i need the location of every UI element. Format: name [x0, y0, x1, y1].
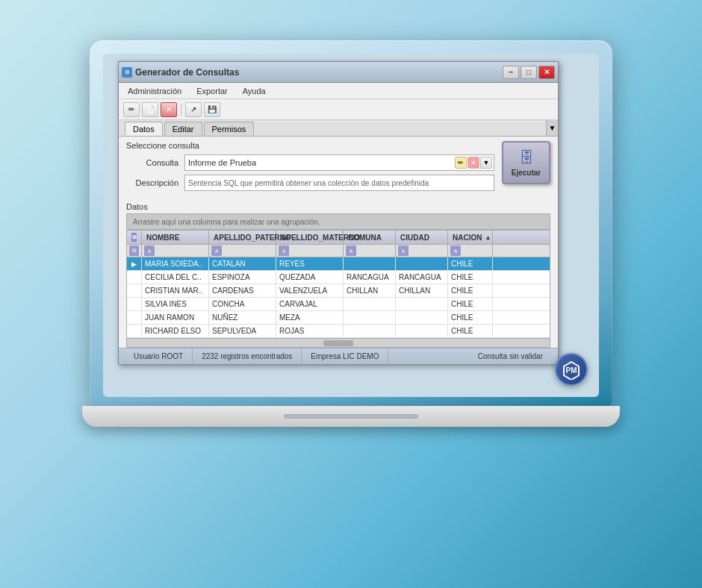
filter-num: ⊞ [127, 245, 142, 257]
menu-ayuda[interactable]: Ayuda [240, 86, 269, 96]
cell-ciudad-5 [396, 325, 448, 337]
tabs-dropdown-arrow[interactable]: ▼ [546, 120, 558, 136]
cell-comuna-0 [344, 257, 396, 270]
group-bar: Arrastre aquí una columna para realizar … [126, 213, 550, 230]
table-row[interactable]: JUAN RAMON NUÑEZ MEZA CHILE [127, 311, 550, 325]
descripcion-input: Sentencia SQL que permitirá obtener una … [184, 175, 494, 191]
touchpad[interactable] [284, 414, 418, 419]
status-usuario: Usuario ROOT [125, 348, 193, 364]
execute-label: Ejecutar [512, 169, 541, 177]
tab-permisos[interactable]: Permisos [204, 122, 255, 136]
filter-icon-paterno: A [211, 245, 222, 256]
toolbar-edit-btn[interactable]: ✏ [123, 102, 140, 117]
cell-nacion-1: CHILE [448, 271, 493, 284]
toolbar-save-btn[interactable]: 💾 [204, 102, 220, 117]
row-indicator-0: ▶ [127, 257, 142, 270]
horizontal-scrollbar[interactable] [127, 338, 550, 347]
consulta-input[interactable]: Informe de Prueba ✏ ✕ ▼ [184, 154, 494, 171]
status-registros: 2232 registros encontrados [193, 348, 302, 364]
maximize-button[interactable]: □ [521, 66, 537, 79]
cell-nombre-0: MARIA SOIEDA.. [142, 257, 209, 270]
tabs-container: Datos Editar Permisos [119, 120, 546, 136]
filter-icon-ciudad: A [398, 245, 409, 256]
tab-datos[interactable]: Datos [125, 122, 163, 136]
cell-comuna-3 [344, 298, 396, 310]
cell-paterno-0: CATALAN [209, 257, 276, 270]
cell-paterno-2: CARDENAS [209, 284, 276, 297]
toolbar-export-btn[interactable]: ↗ [185, 102, 202, 117]
col-header-num[interactable]: ⊞ [127, 231, 142, 244]
cell-nombre-4: JUAN RAMON [142, 311, 209, 324]
status-empresa: Empresa LIC DEMO [302, 348, 388, 364]
app-icon: ⊞ [122, 67, 132, 78]
filter-icon-nacion: A [450, 245, 461, 256]
col-header-nacion[interactable]: NACION ▲ [448, 231, 493, 244]
filter-comuna[interactable]: A [344, 245, 396, 257]
filter-nacion[interactable]: A [448, 245, 493, 257]
table-filter-row: ⊞ A A A A [127, 245, 550, 257]
col-header-comuna[interactable]: COMUNA [344, 231, 396, 244]
cell-nombre-3: SILVIA INES [142, 298, 209, 310]
data-section: Datos Arrastre aquí una columna para rea… [119, 199, 558, 348]
consulta-label: Consulta [126, 158, 178, 167]
col-icon-num: ⊞ [131, 233, 137, 242]
consulta-del-icon[interactable]: ✕ [468, 157, 479, 169]
col-header-ciudad[interactable]: CIUDAD [396, 231, 448, 244]
consulta-row: Consulta Informe de Prueba ✏ ✕ ▼ [126, 154, 550, 171]
minimize-button[interactable]: – [503, 66, 519, 79]
execute-icon: 🗄 [519, 149, 534, 166]
row-indicator-4 [127, 311, 142, 324]
menubar: Administración Exportar Ayuda [119, 83, 558, 99]
table-row[interactable]: CRISTIAN MAR.. CARDENAS VALENZUELA CHILL… [127, 284, 550, 298]
toolbar-new-btn[interactable]: 📄 [142, 102, 158, 117]
cell-nacion-5: CHILE [448, 325, 493, 337]
col-header-nombre[interactable]: NOMBRE [142, 231, 209, 244]
descripcion-row: Descripción Sentencia SQL que permitirá … [126, 175, 550, 191]
consulta-edit-icon[interactable]: ✏ [455, 157, 467, 169]
filter-icon-num: ⊞ [129, 245, 139, 256]
close-button[interactable]: ✕ [538, 66, 555, 79]
toolbar: ✏ 📄 ✕ ↗ 💾 [119, 99, 558, 120]
filter-nombre[interactable]: A [142, 245, 209, 257]
row-indicator-5 [127, 325, 142, 337]
cell-nombre-5: RICHARD ELSO [142, 325, 209, 337]
cell-materno-0: REYES [276, 257, 344, 270]
col-header-paterno[interactable]: APELLIDO_PATERNO [209, 231, 276, 244]
table-row[interactable]: ▶ MARIA SOIEDA.. CATALAN REYES CHILE [127, 257, 550, 271]
filter-icon-comuna: A [346, 245, 356, 256]
screen-bezel: ⊞ Generador de Consultas – □ ✕ Administr… [90, 40, 612, 406]
consulta-dropdown-icon[interactable]: ▼ [480, 157, 492, 169]
execute-button[interactable]: 🗄 Ejecutar [502, 141, 550, 184]
menu-administracion[interactable]: Administración [125, 86, 184, 96]
cell-ciudad-2: CHILLAN [396, 284, 448, 297]
cell-nacion-0: CHILE [448, 257, 493, 270]
tab-editar[interactable]: Editar [164, 122, 202, 136]
cell-paterno-1: ESPINOZA [209, 271, 276, 284]
filter-paterno[interactable]: A [209, 245, 276, 257]
scroll-thumb [323, 340, 353, 346]
screen: ⊞ Generador de Consultas – □ ✕ Administr… [103, 54, 599, 397]
form-section: Seleccione consulta 🗄 Ejecutar Consulta … [119, 137, 558, 199]
toolbar-delete-btn[interactable]: ✕ [161, 102, 177, 117]
cell-ciudad-3 [396, 298, 448, 310]
tabs-row: Datos Editar Permisos ▼ [119, 120, 558, 137]
cell-materno-1: QUEZADA [276, 271, 344, 284]
cell-paterno-3: CONCHA [209, 298, 276, 310]
table-row[interactable]: RICHARD ELSO SEPULVEDA ROJAS CHILE [127, 325, 550, 338]
consulta-input-icons: ✏ ✕ ▼ [455, 157, 492, 169]
row-indicator-1 [127, 271, 142, 284]
row-indicator-3 [127, 298, 142, 310]
filter-ciudad[interactable]: A [396, 245, 448, 257]
table-row[interactable]: CECILIA DEL C.. ESPINOZA QUEZADA RANCAGU… [127, 271, 550, 284]
col-header-materno[interactable]: APELLIDO_MATERNO [276, 231, 344, 244]
descripcion-label: Descripción [126, 178, 178, 187]
laptop-base [82, 406, 620, 427]
data-label: Datos [126, 202, 550, 211]
filter-materno[interactable]: A [276, 245, 344, 257]
table-row[interactable]: SILVIA INES CONCHA CARVAJAL CHILE [127, 298, 550, 311]
cell-nacion-3: CHILE [448, 298, 493, 310]
consulta-value: Informe de Prueba [188, 158, 256, 167]
screen-logo: PM [555, 353, 588, 386]
menu-exportar[interactable]: Exportar [193, 86, 231, 96]
filter-icon-materno: A [279, 245, 289, 256]
